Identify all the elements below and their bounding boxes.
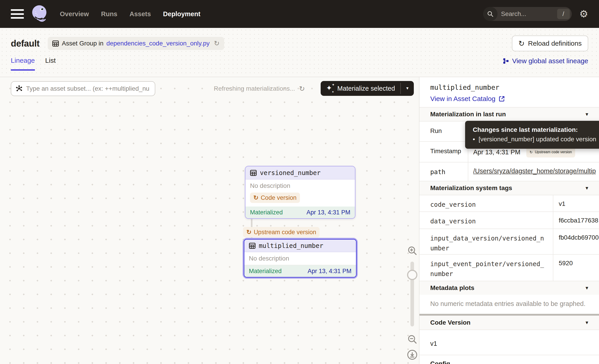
- catalog-link-label: View in Asset Catalog: [430, 95, 495, 103]
- node-timestamp[interactable]: Apr 13, 4:31 PM: [308, 268, 352, 275]
- section-divider: [419, 314, 599, 316]
- section-config[interactable]: Config: [419, 355, 599, 364]
- tag-key: code_version: [419, 195, 553, 211]
- refreshing-label: Refreshing materializations...: [214, 85, 295, 92]
- tooltip-item: [versioned_number] updated code version: [479, 136, 596, 143]
- upstream-code-version-tag: ↻ Upstream code version: [243, 227, 319, 237]
- chevron-down-icon[interactable]: ▼: [585, 186, 589, 191]
- asset-detail-panel: multiplied_number View in Asset Catalog …: [419, 77, 599, 364]
- section-materialization-last-run[interactable]: Materialization in last run ▼: [419, 107, 599, 121]
- zoom-slider[interactable]: [410, 262, 414, 326]
- node-timestamp[interactable]: Apr 13, 4:31 PM: [307, 209, 350, 216]
- tag-value: v1: [553, 195, 599, 211]
- code-version-icon: ↻: [253, 195, 259, 201]
- tooltip-title: Changes since last materialization:: [473, 126, 599, 133]
- page-header: default Asset Group in dependencies_code…: [0, 28, 599, 77]
- zoom-in-icon[interactable]: [407, 245, 417, 256]
- code-version-badge-label: Code version: [261, 194, 297, 201]
- asset-table-icon: [249, 243, 256, 249]
- menu-icon[interactable]: [11, 9, 24, 19]
- nav-item-overview[interactable]: Overview: [60, 10, 89, 18]
- refresh-icon[interactable]: ↻: [299, 85, 305, 92]
- nav-item-deployment[interactable]: Deployment: [163, 10, 201, 18]
- table-row: input_event_pointer/versioned_number 592…: [419, 254, 599, 281]
- code-version-icon: ↻: [530, 150, 533, 154]
- asset-subset-input[interactable]: Type an asset subset... (ex: ++multiplie…: [11, 81, 155, 96]
- node-description: No description: [250, 182, 350, 190]
- asset-group-breadcrumb: Asset Group in dependencies_code_version…: [48, 37, 224, 50]
- node-title: multiplied_number: [259, 242, 323, 250]
- table-row: data_version f6ccba177638: [419, 211, 599, 229]
- asset-node-versioned-number[interactable]: versioned_number No description ↻ Code v…: [245, 166, 355, 219]
- table-row: code_version v1: [419, 195, 599, 211]
- changes-tooltip: Changes since last materialization: • [v…: [465, 121, 599, 149]
- asset-node-multiplied-number[interactable]: multiplied_number No description Materia…: [243, 238, 358, 279]
- section-metadata-plots[interactable]: Metadata plots ▼: [419, 281, 599, 295]
- upstream-code-version-label: Upstream code version: [535, 150, 572, 154]
- lineage-canvas[interactable]: Type an asset subset... (ex: ++multiplie…: [0, 77, 419, 364]
- zoom-slider-thumb[interactable]: [407, 270, 417, 280]
- view-in-asset-catalog-link[interactable]: View in Asset Catalog: [419, 95, 599, 103]
- lineage-graph-icon: [502, 58, 509, 64]
- row-timestamp-key: Timestamp: [419, 142, 468, 162]
- chevron-down-icon[interactable]: ▼: [585, 286, 589, 291]
- top-nav: Overview Runs Assets Deployment Search..…: [0, 0, 599, 28]
- reload-icon: ↻: [519, 40, 525, 47]
- group-reload-icon[interactable]: ↻: [214, 40, 220, 47]
- asset-group-file-link[interactable]: dependencies_code_version_only.py: [106, 40, 210, 47]
- search-placeholder: Search...: [498, 10, 557, 17]
- row-path-key: path: [419, 162, 468, 181]
- materialize-selected-label: Materialize selected: [337, 85, 395, 92]
- row-path: path /Users/sryza/dagster_home/storage/m…: [419, 162, 599, 181]
- tag-value: 5920: [553, 255, 599, 281]
- nav-item-runs[interactable]: Runs: [101, 10, 117, 18]
- node-description: No description: [249, 255, 289, 262]
- tag-value: f6ccba177638: [553, 212, 599, 229]
- tag-key: input_data_version/versioned_number: [419, 229, 553, 254]
- bullet-icon: •: [473, 136, 475, 143]
- download-graph-icon[interactable]: [407, 349, 418, 360]
- sparkle-icon: ✦ ✦ ✦: [326, 84, 334, 93]
- asset-table-icon: [52, 41, 59, 47]
- materialize-dropdown-button[interactable]: ▼: [401, 81, 414, 96]
- chevron-down-icon[interactable]: ▼: [585, 112, 589, 117]
- dagster-logo-icon[interactable]: [30, 4, 50, 24]
- section-code-version[interactable]: Code Version ▼: [419, 316, 599, 329]
- view-global-lineage-link[interactable]: View global asset lineage: [502, 57, 588, 71]
- tab-lineage[interactable]: Lineage: [11, 57, 35, 71]
- external-link-icon: [499, 95, 505, 102]
- zoom-controls: [405, 245, 419, 360]
- materialize-selected-button[interactable]: ✦ ✦ ✦ Materialize selected ▼: [321, 81, 414, 96]
- zoom-out-icon[interactable]: [407, 334, 417, 344]
- page-body: default Asset Group in dependencies_code…: [0, 28, 599, 364]
- tag-key: data_version: [419, 212, 553, 229]
- search-input[interactable]: Search... /: [483, 7, 572, 21]
- asset-table-icon: [250, 170, 257, 176]
- code-version-badge: ↻ Code version: [250, 193, 300, 203]
- code-version-icon: ↻: [247, 229, 252, 235]
- row-run-key: Run: [419, 121, 468, 141]
- chevron-down-icon[interactable]: ▼: [585, 320, 589, 325]
- nav-item-assets[interactable]: Assets: [129, 10, 151, 18]
- asset-group-label: Asset Group in: [62, 40, 104, 47]
- node-status: Materialized: [249, 268, 282, 275]
- search-shortcut-badge: /: [557, 9, 570, 19]
- path-link[interactable]: /Users/sryza/dagster_home/storage/multip: [473, 167, 596, 174]
- panel-asset-title: multiplied_number: [419, 77, 599, 91]
- metadata-plots-empty-note: No numeric metadata entries available to…: [419, 295, 599, 314]
- chevron-down-icon: ▼: [405, 86, 409, 91]
- tag-value: fb04dcb69700: [553, 229, 599, 254]
- nav-links: Overview Runs Assets Deployment: [60, 10, 201, 18]
- reload-definitions-button[interactable]: ↻ Reload definitions: [512, 35, 588, 51]
- upstream-code-version-label: Upstream code version: [254, 229, 316, 236]
- tab-list[interactable]: List: [45, 57, 56, 71]
- reload-definitions-label: Reload definitions: [528, 40, 582, 47]
- tag-key: input_event_pointer/versioned_number: [419, 255, 553, 281]
- node-status: Materialized: [250, 209, 283, 216]
- refreshing-status: Refreshing materializations... ↻: [214, 81, 305, 96]
- section-system-tags[interactable]: Materialization system tags ▼: [419, 181, 599, 195]
- settings-gear-icon[interactable]: ⚙: [579, 9, 588, 19]
- table-row: input_data_version/versioned_number fb04…: [419, 229, 599, 254]
- asset-subset-placeholder: Type an asset subset... (ex: ++multiplie…: [26, 85, 150, 92]
- row-timestamp-value[interactable]: Apr 13, 4:31 PM: [473, 148, 520, 156]
